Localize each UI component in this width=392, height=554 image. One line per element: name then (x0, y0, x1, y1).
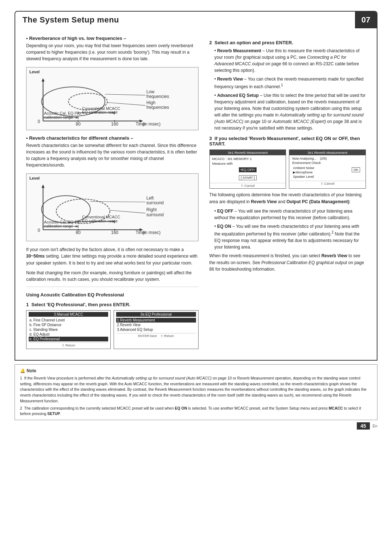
graph-channels: Level 0 80 160 Time (26, 173, 199, 241)
italic-auto-mcacc-expert: Automatic MCACC (Expert) (273, 119, 326, 124)
step1-heading: 1 Select 'EQ Professional', then press E… (26, 302, 199, 307)
screen4-env-check: Environment Check (291, 161, 364, 165)
screen4-header: 3e1.Reverb Measurement (289, 150, 366, 155)
two-column-layout: • Reverberance of high vs. low frequenci… (26, 36, 366, 353)
screen2-item2: 3.Advanced EQ Setup (116, 327, 196, 332)
screen2-title: 3e.EQ Professional (116, 312, 196, 317)
screen2-item1: 2.Reverb View (116, 323, 196, 327)
sub-bullet-eq-on: • EQ ON – You will see the reverb charac… (215, 223, 366, 250)
page-footer: 45 En (15, 422, 377, 430)
italic-connecting: Connecting a PC for Advanced MCACC outpu… (215, 55, 347, 66)
svg-line-15 (105, 94, 145, 95)
graph2-svg: 0 80 160 Time (in msec) Left (29, 181, 195, 239)
footer-lang: En (373, 424, 377, 428)
svg-text:calibration range: calibration range (44, 223, 73, 228)
step2-label: Select an option and press ENTER. (215, 40, 293, 45)
svg-line-49 (110, 210, 146, 213)
page-number-badge: 07 (355, 12, 377, 28)
svg-text:80: 80 (76, 122, 81, 127)
graph2-level-label: Level (29, 176, 195, 180)
superscript-1: 1 (281, 83, 283, 87)
screen4-items-ok: Ambient Noise ▶Microphone Speaker Level … (291, 165, 364, 180)
note-text-2: 2 The calibration corresponding to the c… (20, 406, 372, 417)
graph1-level-label: Level (29, 70, 195, 74)
svg-text:0: 0 (38, 227, 40, 233)
svg-marker-53 (76, 225, 78, 227)
graph1-svg: 0 80 160 Time (in msec) Low (29, 75, 195, 128)
footer-page-number: 45 (357, 422, 370, 430)
svg-text:(in msec): (in msec) (143, 122, 161, 127)
svg-text:160: 160 (111, 122, 118, 127)
italic-with: with (351, 224, 359, 229)
sub-bullet-reverb-measurement: • Reverb Measurement – Use this to measu… (215, 48, 366, 74)
sub-bullet-rv-title: Reverb View (217, 77, 243, 82)
sub-bullet-aeq-title: Advanced EQ Setup (217, 93, 259, 98)
note-section: 🔔 Note 1 If the Reverb View procedure is… (15, 364, 377, 420)
screen4-body: Now Analyzing... (2/5) Environment Check… (289, 155, 366, 181)
svg-text:(in msec): (in msec) (143, 230, 161, 235)
screen3-eq-btn-container: •EQ OFF• (212, 166, 284, 174)
step1-text: Select 'EQ Professional', then press ENT… (31, 302, 130, 307)
screen4-footer: ⇧:Cancel (289, 181, 366, 186)
screen-mockup-manual-mcacc: 3.Manual MCACC a. Fine Channel Level b. … (26, 310, 111, 349)
bullet-reverb-channels-body: Reverb characteristics can be somewhat d… (26, 142, 199, 168)
svg-marker-22 (76, 116, 78, 118)
screen4-ok-area: OK (349, 166, 363, 174)
left-column: • Reverberance of high vs. low frequenci… (26, 36, 199, 353)
step2-heading: 2 Select an option and press ENTER. (209, 40, 366, 45)
svg-text:EQ calibration range: EQ calibration range (82, 110, 118, 114)
screen2-footer-right: ⇧:Return (160, 334, 174, 338)
screen3-footer: ⇧:Cancel (210, 183, 286, 188)
screen2-footer-left: ENTER:Next (138, 334, 157, 338)
svg-text:calibration range: calibration range (44, 115, 73, 119)
bold-reverb-view: Reverb View (251, 199, 277, 204)
screen3-header: 3e1.Reverb Measurement (210, 150, 286, 155)
bold-data-mgmt: (Data Management) (309, 199, 350, 204)
section-heading-eq-pro: Using Acoustic Calibration EQ Profession… (26, 292, 199, 297)
divider (26, 287, 199, 287)
screen4-item2: Speaker Level (292, 175, 315, 179)
bold-reverb-view2: Reverb View (321, 253, 347, 258)
screen3-start-container: [ START ] (212, 174, 284, 182)
screen-mockup-row1: 3.Manual MCACC a. Fine Channel Level b. … (26, 310, 199, 349)
bullet-reverb-channels-title: • Reverb characteristics for different c… (26, 135, 199, 141)
screen1-item4-selected: e. EQ Professional (29, 337, 108, 341)
screen4-status: Now Analyzing... (2/5) (291, 156, 364, 161)
bullet-reverberance: • Reverberance of high vs. low frequenci… (26, 36, 199, 62)
svg-text:EQ calibration range: EQ calibration range (82, 219, 118, 223)
svg-text:Left: Left (146, 196, 154, 201)
step3-text: If you selected 'Reverb Measurement', se… (209, 136, 360, 147)
step3-number: 3 (209, 136, 212, 141)
screen3-eq-btn: •EQ OFF• (239, 167, 257, 172)
svg-marker-1 (42, 78, 45, 81)
graph-reverberance: Level 0 80 160 Time (26, 67, 199, 130)
bullet-reverb-channels: • Reverb characteristics for different c… (26, 135, 199, 168)
screen1-item2: c. Standing Wave (29, 327, 108, 332)
sub-bullet-reverb-view: • Reverb View – You can check the reverb… (215, 76, 366, 90)
screen-pair-step3: 3e1.Reverb Measurement MCACC : M1 MEMORY… (209, 149, 366, 189)
svg-text:frequencies: frequencies (146, 105, 169, 110)
svg-line-46 (90, 201, 146, 202)
bold-output-pc: Output PC (286, 199, 308, 204)
step1-number: 1 (26, 302, 29, 307)
svg-line-18 (107, 103, 146, 106)
svg-text:surround: surround (146, 212, 164, 217)
svg-text:Right: Right (146, 207, 157, 212)
sub-bullet-advanced-eq: • Advanced EQ Setup – Use this to select… (215, 92, 366, 131)
screen3-start-btn: [ START ] (239, 175, 257, 180)
bullet-reverberance-body: Depending on your room, you may find tha… (26, 42, 199, 62)
italic-prof-cal: Professional Calibration EQ graphical ou… (261, 260, 347, 265)
body-para2: Note that changing the room (for example… (26, 270, 199, 283)
step3-heading: 3 If you selected 'Reverb Measurement', … (209, 136, 366, 147)
screen3-mcacc: MCACC : M1 MEMORY 1 (212, 156, 284, 161)
bold-ms: 30~50ms (26, 254, 45, 259)
sub-bullet-eq-off: • EQ OFF – You will see the reverb chara… (215, 208, 366, 221)
superscript-2: 2 (331, 230, 334, 234)
svg-text:160: 160 (111, 230, 118, 235)
content-area: • Reverberance of high vs. low frequenci… (15, 28, 377, 361)
page-title: The System Setup menu (15, 12, 355, 28)
screen2-item0: 1.Reverb Measurement (116, 318, 196, 323)
screen1-item3: d. EQ Adjust (29, 332, 108, 337)
screen-mockup-eq-professional: 3e.EQ Professional 1.Reverb Measurement … (114, 310, 198, 349)
svg-text:High: High (146, 100, 155, 105)
